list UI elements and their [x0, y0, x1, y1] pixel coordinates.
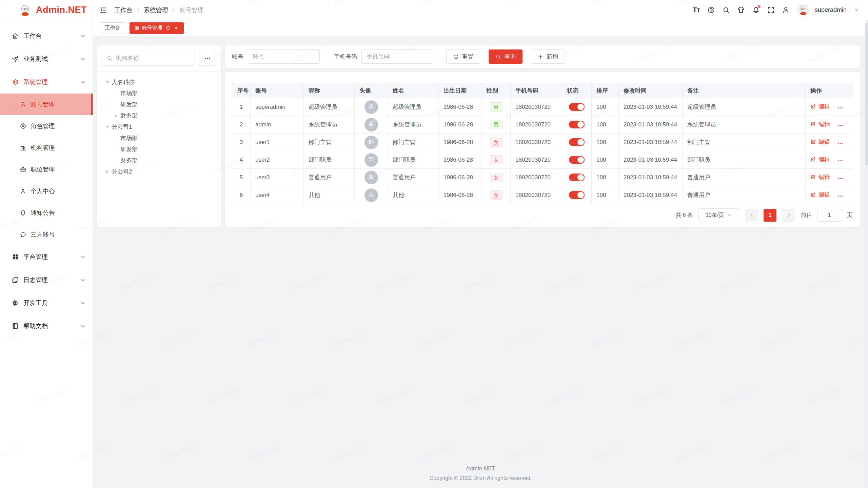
tree-node[interactable]: 财务部 [100, 110, 218, 121]
org-search-field[interactable] [102, 51, 195, 66]
row-more-icon[interactable] [837, 105, 844, 111]
tree-node[interactable]: 市场部 [100, 133, 218, 144]
edit-button[interactable]: 编辑 [810, 173, 830, 181]
add-label: 新增 [547, 53, 558, 61]
sidebar-menu-item[interactable]: 三方账号 [0, 224, 93, 245]
sidebar-menu-item[interactable]: 系统管理 [0, 70, 93, 94]
org-more-button[interactable] [199, 51, 216, 66]
app-logo[interactable]: Admin.NET [0, 0, 93, 20]
status-toggle[interactable] [569, 121, 585, 128]
org-tree-panel: 大名科技 市场部 研发部 财务部 分公司1 [97, 45, 221, 227]
username[interactable]: superadmin [815, 6, 847, 14]
status-toggle[interactable] [569, 138, 585, 146]
row-more-icon[interactable] [837, 158, 844, 164]
edit-button[interactable]: 编辑 [810, 138, 830, 146]
sidebar-menu-item[interactable]: 角色管理 [0, 115, 93, 137]
cell-index: 6 [232, 186, 251, 204]
scrollbar-thumb[interactable] [865, 23, 868, 165]
notifications-button[interactable] [752, 6, 760, 14]
tree-node[interactable]: 大名科技 [100, 77, 218, 88]
menu-item-label: 机构管理 [31, 144, 86, 152]
tree-node-label: 分公司2 [112, 168, 132, 176]
row-more-icon[interactable] [837, 122, 844, 129]
status-toggle[interactable] [569, 174, 585, 181]
edit-button[interactable]: 编辑 [810, 120, 830, 128]
org-search-input[interactable] [116, 55, 191, 62]
column-header: 性别 [482, 83, 511, 98]
query-button[interactable]: 查询 [489, 49, 522, 64]
current-page-button[interactable]: 1 [764, 209, 776, 222]
edit-button[interactable]: 编辑 [810, 103, 830, 110]
theme-icon[interactable] [737, 6, 745, 14]
cell-modified-time: 2023-01-03 10:59:44 [619, 151, 683, 169]
view-tab[interactable]: 工作台 [100, 22, 125, 34]
account-input[interactable] [248, 49, 320, 64]
caret-icon[interactable] [106, 81, 109, 83]
sidebar-menu-item[interactable]: 开发工具 [0, 291, 93, 314]
sidebar-menu-item[interactable]: 帮助文档 [0, 314, 93, 338]
scrollbar[interactable] [865, 20, 868, 488]
cell-name: 部门主管 [388, 134, 439, 151]
user-avatar[interactable] [797, 4, 810, 17]
menu-item-label: 个人中心 [31, 187, 86, 195]
breadcrumb-item[interactable]: 工作台 [114, 6, 133, 14]
gender-tag: 女 [490, 155, 502, 164]
plus-icon [538, 54, 544, 60]
caret-icon[interactable] [106, 170, 108, 174]
row-more-icon[interactable] [837, 175, 844, 182]
sidebar-menu-item[interactable]: 机构管理 [0, 137, 93, 159]
tree-node[interactable]: 研发部 [100, 144, 218, 155]
cell-account: admin [251, 116, 304, 134]
tree-node[interactable]: 分公司2 [100, 166, 218, 177]
reset-button[interactable]: 重置 [446, 49, 480, 64]
tree-node[interactable]: 市场部 [100, 88, 218, 99]
sidebar-menu-item[interactable]: 职位管理 [0, 159, 93, 180]
goto-page-input[interactable] [817, 209, 841, 222]
caret-icon[interactable] [106, 126, 109, 128]
sidebar-menu-item[interactable]: 个人中心 [0, 180, 93, 202]
sidebar-menu-item[interactable]: 业务测试 [0, 47, 93, 70]
edit-button[interactable]: 编辑 [810, 156, 830, 163]
tab-refresh-icon[interactable] [165, 25, 171, 30]
caret-icon[interactable] [115, 114, 117, 118]
filter-panel: 账号 手机号码 重置 查询 新增 [225, 45, 860, 68]
menu-fold-icon[interactable] [99, 6, 107, 14]
cell-name: 部门职员 [388, 151, 439, 169]
row-more-icon[interactable] [837, 140, 844, 146]
search-icon[interactable] [722, 6, 730, 14]
status-toggle[interactable] [569, 103, 585, 111]
tree-node[interactable]: 研发部 [100, 99, 218, 110]
prev-page-button[interactable] [745, 209, 758, 222]
phone-input[interactable] [361, 49, 433, 64]
sidebar-menu-item[interactable]: 日志管理 [0, 268, 93, 291]
tab-close-icon[interactable] [174, 25, 179, 30]
sidebar-menu-item[interactable]: 工作台 [0, 24, 93, 47]
status-toggle[interactable] [569, 156, 585, 164]
breadcrumb-item[interactable]: 系统管理 [144, 6, 168, 14]
cell-name: 其他 [388, 186, 439, 204]
cell-birthdate: 1986-06-28 [439, 151, 482, 169]
fullscreen-icon[interactable] [767, 6, 775, 14]
table-row: 1 superadmin 超级管理员 超 超级管理员 1986-06-28 男 … [232, 98, 853, 116]
avatar: 普 [364, 171, 378, 184]
sidebar-menu-item[interactable]: 平台管理 [0, 245, 93, 268]
sidebar-menu-item[interactable]: 账号管理 [0, 94, 93, 115]
tree-node[interactable]: 分公司1 [100, 121, 218, 133]
breadcrumb-separator: / [137, 6, 139, 14]
chevron-icon [80, 254, 86, 260]
font-size-icon[interactable]: Tт [693, 6, 700, 14]
view-tab[interactable]: 账号管理 [130, 22, 184, 34]
add-button[interactable]: 新增 [531, 49, 565, 64]
tree-node[interactable]: 财务部 [100, 155, 218, 166]
breadcrumb-item[interactable]: 账号管理 [179, 6, 204, 14]
status-toggle[interactable] [569, 191, 585, 199]
user-icon[interactable] [782, 6, 790, 14]
row-more-icon[interactable] [837, 193, 844, 199]
sidebar-menu-item[interactable]: 通知公告 [0, 202, 93, 224]
user-menu-chevron-icon[interactable] [854, 7, 859, 13]
edit-button[interactable]: 编辑 [810, 191, 830, 199]
language-icon[interactable] [707, 6, 715, 14]
cell-status [562, 134, 592, 151]
page-size-select[interactable]: 10条/页 [698, 208, 739, 222]
next-page-button[interactable] [782, 209, 795, 222]
